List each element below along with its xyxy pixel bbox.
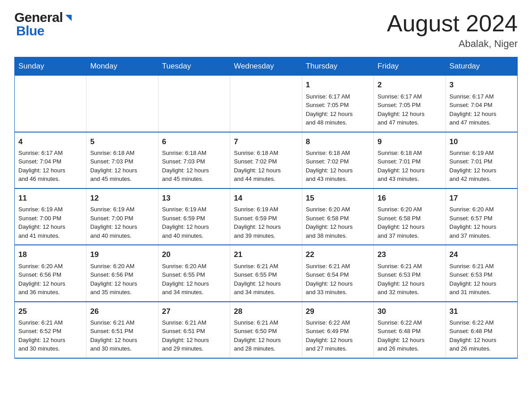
day-number: 22 <box>306 249 370 261</box>
calendar-cell <box>86 76 158 132</box>
day-info: Sunrise: 6:20 AM Sunset: 6:58 PM Dayligh… <box>306 205 370 240</box>
day-info: Sunrise: 6:22 AM Sunset: 6:48 PM Dayligh… <box>450 318 514 353</box>
day-number: 28 <box>234 306 298 317</box>
logo-general-text: General <box>14 11 63 24</box>
day-info: Sunrise: 6:21 AM Sunset: 6:51 PM Dayligh… <box>90 318 154 353</box>
logo: General Blue <box>14 11 73 38</box>
day-number: 27 <box>162 306 226 317</box>
day-number: 12 <box>90 193 154 204</box>
calendar-week-row: 18Sunrise: 6:20 AM Sunset: 6:56 PM Dayli… <box>15 245 518 301</box>
page-header: General Blue August 2024 Abalak, Niger <box>14 11 518 50</box>
day-number: 31 <box>450 306 514 317</box>
calendar-cell <box>158 76 230 132</box>
day-number: 11 <box>18 193 82 204</box>
day-number: 2 <box>378 79 442 91</box>
day-info: Sunrise: 6:18 AM Sunset: 7:03 PM Dayligh… <box>90 149 154 184</box>
weekday-header-sunday: Sunday <box>15 57 86 76</box>
day-number: 6 <box>162 136 226 148</box>
calendar-cell: 25Sunrise: 6:21 AM Sunset: 6:52 PM Dayli… <box>15 302 86 358</box>
weekday-header-monday: Monday <box>86 57 158 76</box>
calendar-cell: 21Sunrise: 6:21 AM Sunset: 6:55 PM Dayli… <box>230 245 302 301</box>
calendar-cell: 5Sunrise: 6:18 AM Sunset: 7:03 PM Daylig… <box>86 132 158 188</box>
location-title: Abalak, Niger <box>387 38 518 50</box>
day-number: 10 <box>450 136 514 148</box>
calendar-cell: 10Sunrise: 6:19 AM Sunset: 7:01 PM Dayli… <box>446 132 517 188</box>
calendar-cell: 22Sunrise: 6:21 AM Sunset: 6:54 PM Dayli… <box>302 245 373 301</box>
day-number: 29 <box>306 306 370 317</box>
calendar-cell: 7Sunrise: 6:18 AM Sunset: 7:02 PM Daylig… <box>230 132 302 188</box>
day-number: 13 <box>162 193 226 204</box>
day-number: 20 <box>162 249 226 261</box>
day-number: 21 <box>234 249 298 261</box>
calendar-cell: 23Sunrise: 6:21 AM Sunset: 6:53 PM Dayli… <box>374 245 446 301</box>
day-info: Sunrise: 6:18 AM Sunset: 7:01 PM Dayligh… <box>378 149 442 184</box>
day-info: Sunrise: 6:18 AM Sunset: 7:02 PM Dayligh… <box>234 149 298 184</box>
day-number: 24 <box>450 249 514 261</box>
calendar-cell: 24Sunrise: 6:21 AM Sunset: 6:53 PM Dayli… <box>446 245 517 301</box>
calendar-cell: 11Sunrise: 6:19 AM Sunset: 7:00 PM Dayli… <box>15 188 86 245</box>
day-number: 30 <box>378 306 442 317</box>
logo-triangle-icon <box>64 13 73 23</box>
calendar-cell: 31Sunrise: 6:22 AM Sunset: 6:48 PM Dayli… <box>446 302 517 358</box>
day-info: Sunrise: 6:22 AM Sunset: 6:48 PM Dayligh… <box>378 318 442 353</box>
day-number: 18 <box>18 249 82 261</box>
svg-marker-0 <box>65 15 72 21</box>
day-number: 16 <box>378 193 442 204</box>
day-info: Sunrise: 6:19 AM Sunset: 6:59 PM Dayligh… <box>234 205 298 240</box>
weekday-header-thursday: Thursday <box>302 57 373 76</box>
calendar-cell: 27Sunrise: 6:21 AM Sunset: 6:51 PM Dayli… <box>158 302 230 358</box>
calendar-cell: 30Sunrise: 6:22 AM Sunset: 6:48 PM Dayli… <box>374 302 446 358</box>
day-info: Sunrise: 6:21 AM Sunset: 6:55 PM Dayligh… <box>234 262 298 297</box>
title-block: August 2024 Abalak, Niger <box>387 11 518 50</box>
day-number: 4 <box>18 136 82 148</box>
calendar-cell: 15Sunrise: 6:20 AM Sunset: 6:58 PM Dayli… <box>302 188 373 245</box>
logo-blue-text: Blue <box>16 23 44 38</box>
day-number: 8 <box>306 136 370 148</box>
calendar-cell: 2Sunrise: 6:17 AM Sunset: 7:05 PM Daylig… <box>374 76 446 132</box>
calendar-cell: 17Sunrise: 6:20 AM Sunset: 6:57 PM Dayli… <box>446 188 517 245</box>
weekday-header-saturday: Saturday <box>446 57 517 76</box>
day-info: Sunrise: 6:17 AM Sunset: 7:04 PM Dayligh… <box>450 92 514 127</box>
day-info: Sunrise: 6:20 AM Sunset: 6:56 PM Dayligh… <box>90 262 154 297</box>
day-number: 7 <box>234 136 298 148</box>
calendar-cell <box>15 76 86 132</box>
calendar-cell: 14Sunrise: 6:19 AM Sunset: 6:59 PM Dayli… <box>230 188 302 245</box>
calendar-cell: 16Sunrise: 6:20 AM Sunset: 6:58 PM Dayli… <box>374 188 446 245</box>
day-number: 1 <box>306 79 370 91</box>
weekday-header-wednesday: Wednesday <box>230 57 302 76</box>
day-number: 15 <box>306 193 370 204</box>
day-info: Sunrise: 6:21 AM Sunset: 6:51 PM Dayligh… <box>162 318 226 353</box>
calendar-cell: 9Sunrise: 6:18 AM Sunset: 7:01 PM Daylig… <box>374 132 446 188</box>
day-info: Sunrise: 6:21 AM Sunset: 6:53 PM Dayligh… <box>378 262 442 297</box>
calendar-week-row: 25Sunrise: 6:21 AM Sunset: 6:52 PM Dayli… <box>15 302 518 358</box>
day-number: 3 <box>450 79 514 91</box>
day-info: Sunrise: 6:18 AM Sunset: 7:03 PM Dayligh… <box>162 149 226 184</box>
calendar-cell: 4Sunrise: 6:17 AM Sunset: 7:04 PM Daylig… <box>15 132 86 188</box>
day-info: Sunrise: 6:17 AM Sunset: 7:05 PM Dayligh… <box>306 92 370 127</box>
day-info: Sunrise: 6:18 AM Sunset: 7:02 PM Dayligh… <box>306 149 370 184</box>
calendar-cell: 8Sunrise: 6:18 AM Sunset: 7:02 PM Daylig… <box>302 132 373 188</box>
day-info: Sunrise: 6:21 AM Sunset: 6:54 PM Dayligh… <box>306 262 370 297</box>
calendar-cell: 12Sunrise: 6:19 AM Sunset: 7:00 PM Dayli… <box>86 188 158 245</box>
day-number: 23 <box>378 249 442 261</box>
day-number: 26 <box>90 306 154 317</box>
calendar-week-row: 4Sunrise: 6:17 AM Sunset: 7:04 PM Daylig… <box>15 132 518 188</box>
calendar-table: SundayMondayTuesdayWednesdayThursdayFrid… <box>14 57 518 359</box>
day-info: Sunrise: 6:19 AM Sunset: 7:00 PM Dayligh… <box>18 205 82 240</box>
day-info: Sunrise: 6:17 AM Sunset: 7:05 PM Dayligh… <box>378 92 442 127</box>
day-number: 5 <box>90 136 154 148</box>
month-title: August 2024 <box>387 11 518 36</box>
day-number: 9 <box>378 136 442 148</box>
calendar-week-row: 1Sunrise: 6:17 AM Sunset: 7:05 PM Daylig… <box>15 76 518 132</box>
calendar-week-row: 11Sunrise: 6:19 AM Sunset: 7:00 PM Dayli… <box>15 188 518 245</box>
day-number: 14 <box>234 193 298 204</box>
day-info: Sunrise: 6:21 AM Sunset: 6:53 PM Dayligh… <box>450 262 514 297</box>
calendar-cell: 6Sunrise: 6:18 AM Sunset: 7:03 PM Daylig… <box>158 132 230 188</box>
calendar-cell <box>230 76 302 132</box>
day-info: Sunrise: 6:20 AM Sunset: 6:56 PM Dayligh… <box>18 262 82 297</box>
calendar-cell: 13Sunrise: 6:19 AM Sunset: 6:59 PM Dayli… <box>158 188 230 245</box>
calendar-cell: 26Sunrise: 6:21 AM Sunset: 6:51 PM Dayli… <box>86 302 158 358</box>
day-number: 17 <box>450 193 514 204</box>
calendar-cell: 20Sunrise: 6:20 AM Sunset: 6:55 PM Dayli… <box>158 245 230 301</box>
day-info: Sunrise: 6:22 AM Sunset: 6:49 PM Dayligh… <box>306 318 370 353</box>
